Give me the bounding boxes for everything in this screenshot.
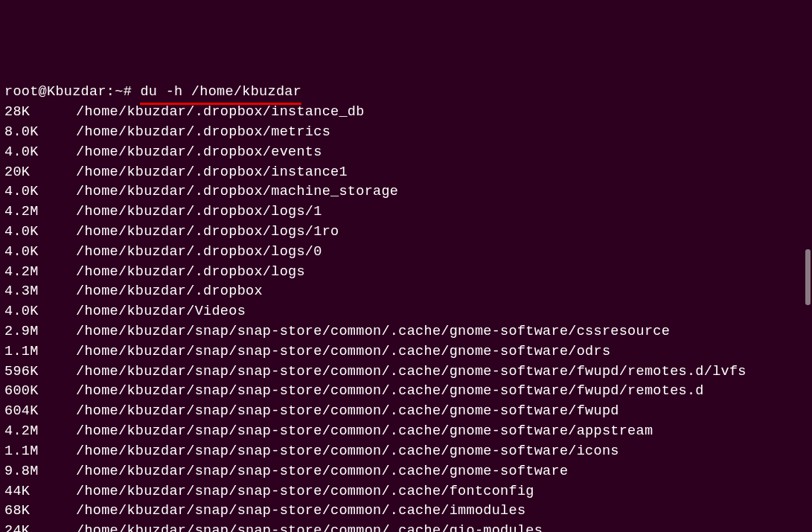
annotation-underline-icon	[140, 103, 301, 105]
du-path: /home/kbuzdar/.dropbox/logs/0	[76, 244, 322, 260]
du-size: 2.9M	[4, 322, 76, 342]
du-size: 4.3M	[4, 282, 76, 302]
du-size: 4.0K	[4, 143, 76, 163]
scrollbar-thumb[interactable]	[805, 249, 811, 305]
du-path: /home/kbuzdar/snap/snap-store/common/.ca…	[76, 364, 747, 379]
du-row: 4.2M/home/kbuzdar/.dropbox/logs/1	[4, 202, 808, 222]
du-row: 604K/home/kbuzdar/snap/snap-store/common…	[4, 402, 808, 422]
prompt-sep1: :	[106, 84, 115, 100]
du-row: 4.0K/home/kbuzdar/Videos	[4, 302, 808, 322]
du-path: /home/kbuzdar/.dropbox/metrics	[76, 124, 330, 140]
du-size: 4.0K	[4, 182, 76, 202]
du-path: /home/kbuzdar/snap/snap-store/common/.ca…	[76, 383, 704, 399]
du-path: /home/kbuzdar/snap/snap-store/common/.ca…	[76, 523, 543, 532]
du-path: /home/kbuzdar/snap/snap-store/common/.ca…	[76, 403, 619, 419]
du-path: /home/kbuzdar/snap/snap-store/common/.ca…	[76, 503, 525, 519]
du-size: 8.0K	[4, 123, 76, 143]
du-row: 4.2M/home/kbuzdar/.dropbox/logs	[4, 263, 808, 283]
du-path: /home/kbuzdar/snap/snap-store/common/.ca…	[76, 464, 568, 479]
du-path: /home/kbuzdar/snap/snap-store/common/.ca…	[76, 344, 610, 359]
du-row: 600K/home/kbuzdar/snap/snap-store/common…	[4, 382, 808, 402]
terminal-output[interactable]: root@Kbuzdar:~# du -h /home/kbuzdar 28K/…	[4, 83, 808, 532]
du-output-block: 28K/home/kbuzdar/.dropbox/instance_db8.0…	[4, 103, 808, 532]
du-row: 8.0K/home/kbuzdar/.dropbox/metrics	[4, 123, 808, 143]
du-path: /home/kbuzdar/.dropbox/logs	[76, 264, 305, 280]
du-size: 28K	[4, 103, 76, 123]
du-size: 4.0K	[4, 222, 76, 243]
du-size: 9.8M	[4, 462, 76, 482]
du-row: 4.0K/home/kbuzdar/.dropbox/events	[4, 143, 808, 163]
prompt-line: root@Kbuzdar:~# du -h /home/kbuzdar	[4, 84, 301, 100]
du-path: /home/kbuzdar/Videos	[76, 304, 246, 319]
du-path: /home/kbuzdar/.dropbox/instance1	[76, 164, 348, 180]
du-row: 44K/home/kbuzdar/snap/snap-store/common/…	[4, 482, 808, 502]
du-path: /home/kbuzdar/snap/snap-store/common/.ca…	[76, 484, 534, 499]
du-path: /home/kbuzdar/.dropbox/instance_db	[76, 104, 365, 120]
du-size: 44K	[4, 482, 76, 502]
du-size: 4.0K	[4, 243, 76, 263]
du-row: 2.9M/home/kbuzdar/snap/snap-store/common…	[4, 322, 808, 342]
du-size: 1.1M	[4, 342, 76, 362]
du-size: 1.1M	[4, 442, 76, 462]
du-path: /home/kbuzdar/.dropbox/machine_storage	[76, 184, 398, 199]
du-size: 4.0K	[4, 302, 76, 322]
du-size: 600K	[4, 382, 76, 402]
du-path: /home/kbuzdar/snap/snap-store/common/.ca…	[76, 443, 619, 459]
du-row: 596K/home/kbuzdar/snap/snap-store/common…	[4, 362, 808, 382]
du-row: 1.1M/home/kbuzdar/snap/snap-store/common…	[4, 442, 808, 462]
du-size: 4.2M	[4, 202, 76, 222]
du-row: 4.0K/home/kbuzdar/.dropbox/logs/0	[4, 243, 808, 263]
du-row: 4.0K/home/kbuzdar/.dropbox/machine_stora…	[4, 182, 808, 202]
du-path: /home/kbuzdar/.dropbox	[76, 283, 263, 299]
prompt-cwd: ~	[115, 84, 123, 100]
du-size: 4.2M	[4, 263, 76, 283]
du-path: /home/kbuzdar/snap/snap-store/common/.ca…	[76, 423, 653, 439]
du-size: 68K	[4, 501, 76, 522]
du-size: 4.2M	[4, 422, 76, 442]
du-path: /home/kbuzdar/snap/snap-store/common/.ca…	[76, 324, 670, 339]
prompt-user-host: root@Kbuzdar	[4, 84, 106, 100]
du-row: 24K/home/kbuzdar/snap/snap-store/common/…	[4, 522, 808, 532]
du-path: /home/kbuzdar/.dropbox/events	[76, 144, 322, 160]
du-row: 20K/home/kbuzdar/.dropbox/instance1	[4, 163, 808, 183]
du-row: 4.0K/home/kbuzdar/.dropbox/logs/1ro	[4, 222, 808, 243]
du-size: 604K	[4, 402, 76, 422]
du-row: 4.2M/home/kbuzdar/snap/snap-store/common…	[4, 422, 808, 442]
du-row: 9.8M/home/kbuzdar/snap/snap-store/common…	[4, 462, 808, 482]
du-path: /home/kbuzdar/.dropbox/logs/1ro	[76, 224, 339, 240]
du-path: /home/kbuzdar/.dropbox/logs/1	[76, 204, 322, 219]
prompt-sep2: #	[124, 84, 132, 100]
du-row: 1.1M/home/kbuzdar/snap/snap-store/common…	[4, 342, 808, 362]
du-row: 28K/home/kbuzdar/.dropbox/instance_db	[4, 103, 808, 123]
du-row: 68K/home/kbuzdar/snap/snap-store/common/…	[4, 501, 808, 522]
du-size: 20K	[4, 163, 76, 183]
du-size: 24K	[4, 522, 76, 532]
du-size: 596K	[4, 362, 76, 382]
command-text: du -h /home/kbuzdar	[140, 83, 301, 103]
du-row: 4.3M/home/kbuzdar/.dropbox	[4, 282, 808, 302]
